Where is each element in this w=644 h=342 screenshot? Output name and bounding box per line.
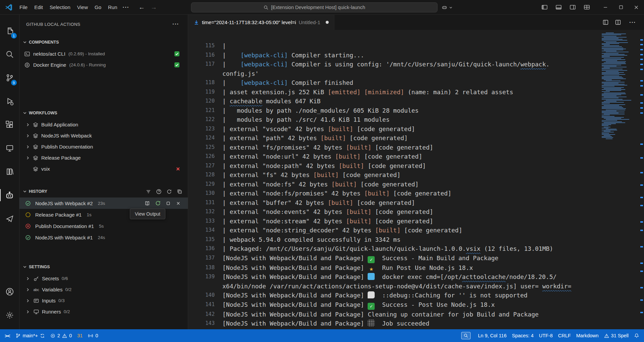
toggle-sidebar-right-icon[interactable] <box>567 2 578 12</box>
section-workflows[interactable]: WORKFLOWS <box>19 108 188 118</box>
customize-layout-icon[interactable] <box>581 2 592 12</box>
history-item[interactable]: NodeJS with Webpack #1 24s <box>19 232 188 243</box>
line-number[interactable]: 142 <box>188 310 222 319</box>
notifications-status[interactable] <box>631 329 642 342</box>
collapse-all-icon[interactable] <box>177 189 182 194</box>
line-number[interactable]: 119 <box>188 88 222 97</box>
ports-status[interactable]: 0 <box>85 329 101 342</box>
workflow-release-package[interactable]: Release Package <box>19 152 188 163</box>
activity-github-local-actions[interactable] <box>0 186 19 205</box>
overview-ruler[interactable] <box>639 30 644 329</box>
workflow-nodejs-with-webpack[interactable]: NodeJS with Webpack <box>19 130 188 141</box>
line-number[interactable]: 130 <box>188 189 222 198</box>
editor-line[interactable]: 118| [webpack-cli] Compiler finished <box>188 78 644 88</box>
rerun-icon[interactable] <box>155 200 161 206</box>
activity-remote-explorer[interactable] <box>0 139 19 158</box>
settings-inputs[interactable]: Inputs 0/3 <box>19 295 188 306</box>
line-number[interactable]: 117 <box>188 60 222 69</box>
editor-line[interactable]: 122| modules by path ./src/ 41.6 KiB 11 … <box>188 115 644 124</box>
editor-line[interactable]: 119| asset extension.js 252 KiB [emitted… <box>188 88 644 97</box>
editor-line[interactable]: 126| external "node:url" 42 bytes [built… <box>188 152 644 161</box>
editor-line[interactable]: 140[NodeJS with Webpack/Build and Packag… <box>188 291 644 300</box>
indentation-status[interactable]: Spaces: 4 <box>509 329 536 342</box>
line-number[interactable]: 129 <box>188 180 222 189</box>
settings-secrets[interactable]: Secrets 0/6 <box>19 273 188 284</box>
line-number[interactable]: 139 <box>188 272 222 282</box>
editor-line[interactable]: 116| [webpack-cli] Compiler starting... <box>188 51 644 60</box>
line-number[interactable]: 133 <box>188 217 222 226</box>
editor-line[interactable]: 137[NodeJS with Webpack/Build and Packag… <box>188 253 644 263</box>
activity-deploy[interactable] <box>0 209 19 228</box>
editor-line[interactable]: 133| external "node:stream" 42 bytes [bu… <box>188 217 644 226</box>
menu-go[interactable]: Go <box>91 3 105 12</box>
line-number[interactable]: 132 <box>188 207 222 217</box>
close-window-button[interactable] <box>629 0 644 15</box>
editor-line[interactable]: 134| external "node:string_decoder" 42 b… <box>188 226 644 235</box>
line-number[interactable]: 136 <box>188 244 222 253</box>
section-history[interactable]: HISTORY <box>19 187 188 196</box>
activity-run-debug[interactable] <box>0 92 19 111</box>
nav-back-icon[interactable]: ← <box>137 4 147 11</box>
nav-forward-icon[interactable]: → <box>149 4 159 11</box>
menu-overflow-icon[interactable]: ··· <box>121 4 131 11</box>
view-output-icon[interactable] <box>145 200 151 206</box>
refresh-icon[interactable] <box>166 189 172 194</box>
remote-indicator[interactable]: >< <box>2 329 13 342</box>
spell-problem-count[interactable]: 31 <box>74 329 85 342</box>
section-components[interactable]: COMPONENTS <box>19 38 188 47</box>
editor-line[interactable]: 132| external "node:events" 42 bytes [bu… <box>188 207 644 217</box>
line-number[interactable]: 140 <box>188 291 222 300</box>
workflow-build-application[interactable]: Build Application <box>19 119 188 130</box>
sidebar-more-actions-icon[interactable]: ··· <box>170 21 181 27</box>
menu-file[interactable]: File <box>16 3 31 12</box>
menu-run[interactable]: Run <box>105 3 121 12</box>
command-center-search[interactable]: [Extension Development Host] quick-launc… <box>191 2 438 12</box>
tab-untitled-1[interactable]: time="2024-11-17T18:32:43-05:00" level=i… <box>188 15 334 30</box>
line-number[interactable]: 122 <box>188 115 222 124</box>
encoding-status[interactable]: UTF-8 <box>536 329 555 342</box>
menu-selection[interactable]: Selection <box>46 3 74 12</box>
activity-search[interactable] <box>0 45 19 64</box>
line-number[interactable]: 118 <box>188 78 222 88</box>
editor-line[interactable]: 125| external "fs/promises" 42 bytes [bu… <box>188 143 644 152</box>
modified-dot-icon[interactable] <box>326 21 329 24</box>
line-number[interactable]: 124 <box>188 133 222 143</box>
editor-line[interactable]: 136| Packaged: /mnt/c/Users/sanju/Git/qu… <box>188 244 644 253</box>
line-number[interactable]: 120 <box>188 97 222 106</box>
line-number[interactable]: 116 <box>188 51 222 60</box>
editor-line[interactable]: 128| external "fs" 42 bytes [built] [cod… <box>188 170 644 180</box>
split-editor-icon[interactable] <box>615 19 621 25</box>
line-number[interactable]: 138 <box>188 263 222 273</box>
workflow-vsix[interactable]: vsix × <box>19 163 188 174</box>
line-number[interactable]: 128 <box>188 170 222 180</box>
line-number[interactable] <box>188 282 222 291</box>
component-docker-engine[interactable]: Docker Engine (24.0.6) - Running <box>19 59 188 70</box>
workflow-publish-documentation[interactable]: Publish Documentation <box>19 141 188 152</box>
activity-explorer[interactable]: 1 <box>0 21 19 40</box>
editor-line[interactable]: 115| <box>188 41 644 51</box>
line-number[interactable]: 141 <box>188 300 222 310</box>
line-number[interactable]: 127 <box>188 161 222 171</box>
editor-line[interactable]: 139[NodeJS with Webpack/Build and Packag… <box>188 272 644 282</box>
magnifier-status[interactable] <box>459 329 475 342</box>
editor-line[interactable]: x64/bin/node /var/run/act/actions/action… <box>188 282 644 291</box>
section-settings[interactable]: SETTINGS <box>19 262 188 272</box>
editor-line[interactable]: 127| external "node:path" 42 bytes [buil… <box>188 161 644 171</box>
branch-status[interactable]: main*+ <box>13 329 48 342</box>
cursor-position[interactable]: Ln 9, Col 116 <box>475 329 509 342</box>
help-icon[interactable] <box>156 189 162 194</box>
line-number[interactable]: 123 <box>188 124 222 134</box>
minimap[interactable] <box>601 33 631 139</box>
activity-settings[interactable] <box>0 306 19 325</box>
activity-docs[interactable] <box>0 162 19 181</box>
language-mode[interactable]: Markdown <box>574 329 601 342</box>
eol-status[interactable]: CRLF <box>555 329 574 342</box>
editor-line[interactable]: 117| [webpack-cli] Compiler is using con… <box>188 60 644 69</box>
toggle-sidebar-left-icon[interactable] <box>539 2 550 12</box>
editor-line[interactable]: config.js' <box>188 69 644 78</box>
activity-account[interactable] <box>0 282 19 301</box>
toggle-panel-icon[interactable] <box>553 2 564 12</box>
menu-edit[interactable]: Edit <box>31 3 46 12</box>
line-number[interactable]: 143 <box>188 319 222 328</box>
line-number[interactable]: 137 <box>188 253 222 263</box>
